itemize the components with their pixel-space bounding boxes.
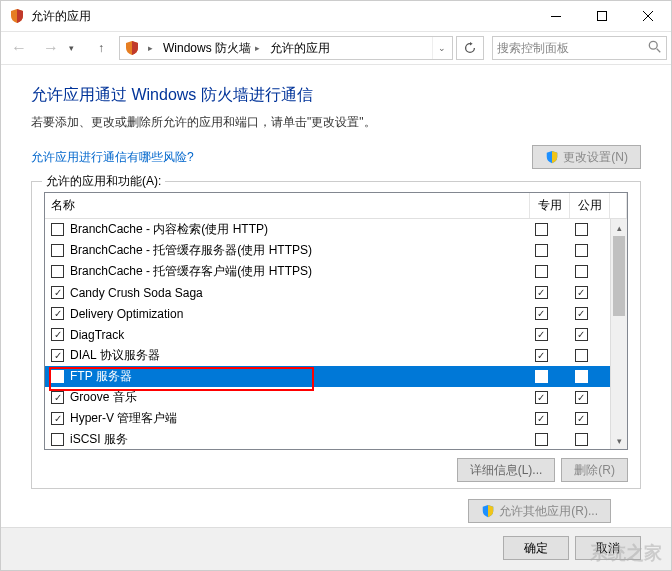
public-checkbox[interactable] <box>575 265 588 278</box>
public-checkbox[interactable] <box>575 307 588 320</box>
public-checkbox[interactable] <box>575 349 588 362</box>
title-bar: 允许的应用 <box>1 1 671 31</box>
search-input[interactable] <box>497 41 648 55</box>
maximize-button[interactable] <box>579 1 625 31</box>
search-icon <box>648 40 662 57</box>
private-cell <box>524 286 564 299</box>
breadcrumb-item[interactable]: 允许的应用 <box>266 38 334 59</box>
public-checkbox[interactable] <box>575 223 588 236</box>
item-name: BranchCache - 托管缓存客户端(使用 HTTPS) <box>70 263 524 280</box>
private-checkbox[interactable] <box>535 223 548 236</box>
apps-listview[interactable]: 名称 专用 公用 BranchCache - 内容检索(使用 HTTP)Bran… <box>44 192 628 450</box>
list-item[interactable]: BranchCache - 内容检索(使用 HTTP) <box>45 219 627 240</box>
enable-checkbox[interactable] <box>51 307 64 320</box>
public-cell <box>564 370 604 383</box>
private-checkbox[interactable] <box>535 265 548 278</box>
private-checkbox[interactable] <box>535 349 548 362</box>
private-checkbox[interactable] <box>535 412 548 425</box>
enable-checkbox[interactable] <box>51 265 64 278</box>
list-item[interactable]: DIAL 协议服务器 <box>45 345 627 366</box>
remove-button[interactable]: 删除(R) <box>561 458 628 482</box>
private-checkbox[interactable] <box>535 328 548 341</box>
ok-button[interactable]: 确定 <box>503 536 569 560</box>
list-item[interactable]: BranchCache - 托管缓存服务器(使用 HTTPS) <box>45 240 627 261</box>
scroll-track[interactable] <box>611 236 627 432</box>
dialog-actions: 确定 取消 <box>1 527 671 570</box>
allowed-apps-group: 允许的应用和功能(A): 名称 专用 公用 BranchCache - 内容检索… <box>31 181 641 489</box>
enable-checkbox[interactable] <box>51 328 64 341</box>
close-button[interactable] <box>625 1 671 31</box>
private-checkbox[interactable] <box>535 391 548 404</box>
public-checkbox[interactable] <box>575 244 588 257</box>
enable-checkbox[interactable] <box>51 412 64 425</box>
col-private[interactable]: 专用 <box>530 193 570 218</box>
public-checkbox[interactable] <box>575 286 588 299</box>
minimize-button[interactable] <box>533 1 579 31</box>
list-item[interactable]: Candy Crush Soda Saga <box>45 282 627 303</box>
back-button[interactable]: ← <box>5 35 33 61</box>
shield-icon <box>124 40 140 56</box>
details-button[interactable]: 详细信息(L)... <box>457 458 556 482</box>
window-title: 允许的应用 <box>31 8 533 25</box>
scroll-up-icon[interactable]: ▴ <box>611 219 627 236</box>
public-checkbox[interactable] <box>575 391 588 404</box>
private-checkbox[interactable] <box>535 307 548 320</box>
change-settings-button[interactable]: 更改设置(N) <box>532 145 641 169</box>
breadcrumb-sep[interactable]: ▸ <box>144 41 157 55</box>
search-box[interactable] <box>492 36 667 60</box>
private-checkbox[interactable] <box>535 433 548 446</box>
public-cell <box>564 391 604 404</box>
refresh-button[interactable] <box>456 36 484 60</box>
public-cell <box>564 328 604 341</box>
public-checkbox[interactable] <box>575 412 588 425</box>
group-legend: 允许的应用和功能(A): <box>42 173 165 190</box>
list-item[interactable]: DiagTrack <box>45 324 627 345</box>
scroll-down-icon[interactable]: ▾ <box>611 432 627 449</box>
enable-checkbox[interactable] <box>51 370 64 383</box>
enable-checkbox[interactable] <box>51 223 64 236</box>
list-header: 名称 专用 公用 <box>45 193 627 219</box>
list-item[interactable]: Delivery Optimization <box>45 303 627 324</box>
private-cell <box>524 349 564 362</box>
list-item[interactable]: iSCSI 服务 <box>45 429 627 449</box>
cancel-button[interactable]: 取消 <box>575 536 641 560</box>
nav-history-dropdown[interactable]: ▾ <box>69 43 83 53</box>
up-button[interactable]: ↑ <box>87 35 115 61</box>
public-cell <box>564 433 604 446</box>
list-item[interactable]: FTP 服务器 <box>45 366 627 387</box>
risk-link[interactable]: 允许应用进行通信有哪些风险? <box>31 149 532 166</box>
private-checkbox[interactable] <box>535 286 548 299</box>
public-cell <box>564 265 604 278</box>
window-controls <box>533 1 671 31</box>
item-name: Groove 音乐 <box>70 389 524 406</box>
forward-button[interactable]: → <box>37 35 65 61</box>
col-name[interactable]: 名称 <box>45 193 530 218</box>
public-checkbox[interactable] <box>575 328 588 341</box>
col-public[interactable]: 公用 <box>570 193 610 218</box>
breadcrumb-item[interactable]: Windows 防火墙▸ <box>159 38 264 59</box>
list-item[interactable]: BranchCache - 托管缓存客户端(使用 HTTPS) <box>45 261 627 282</box>
public-cell <box>564 244 604 257</box>
page-description: 若要添加、更改或删除所允许的应用和端口，请单击"更改设置"。 <box>31 114 641 131</box>
enable-checkbox[interactable] <box>51 391 64 404</box>
enable-checkbox[interactable] <box>51 286 64 299</box>
private-checkbox[interactable] <box>535 370 548 383</box>
vertical-scrollbar[interactable]: ▴ ▾ <box>610 219 627 449</box>
private-cell <box>524 412 564 425</box>
svg-rect-1 <box>598 12 607 21</box>
private-checkbox[interactable] <box>535 244 548 257</box>
item-name: Candy Crush Soda Saga <box>70 286 524 300</box>
allow-other-button[interactable]: 允许其他应用(R)... <box>468 499 611 523</box>
list-item[interactable]: Hyper-V 管理客户端 <box>45 408 627 429</box>
address-bar[interactable]: ▸ Windows 防火墙▸ 允许的应用 ⌄ <box>119 36 453 60</box>
enable-checkbox[interactable] <box>51 349 64 362</box>
public-checkbox[interactable] <box>575 433 588 446</box>
address-dropdown[interactable]: ⌄ <box>432 37 450 59</box>
public-checkbox[interactable] <box>575 370 588 383</box>
enable-checkbox[interactable] <box>51 244 64 257</box>
list-item[interactable]: Groove 音乐 <box>45 387 627 408</box>
col-scroll-spacer <box>610 193 627 218</box>
public-cell <box>564 412 604 425</box>
scroll-thumb[interactable] <box>613 236 625 316</box>
enable-checkbox[interactable] <box>51 433 64 446</box>
